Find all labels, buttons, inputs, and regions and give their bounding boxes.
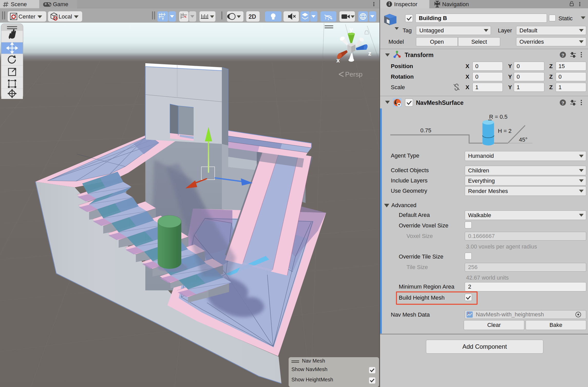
svg-text:Y: Y	[162, 17, 164, 21]
svg-text:Inspector: Inspector	[394, 1, 418, 7]
svg-text:y: y	[349, 26, 353, 33]
svg-text:x: x	[336, 57, 340, 64]
svg-text:?: ?	[562, 53, 564, 58]
svg-text:2D: 2D	[249, 13, 256, 20]
svg-text:Game: Game	[53, 1, 68, 7]
svg-text:?: ?	[562, 101, 564, 106]
svg-text:Local: Local	[59, 13, 72, 20]
svg-text:R = 0.5: R = 0.5	[489, 114, 508, 120]
svg-text:z: z	[368, 50, 371, 57]
svg-text:Scene: Scene	[11, 1, 27, 7]
svg-text:Navigation: Navigation	[442, 1, 469, 7]
svg-text:NavMeshSurface: NavMeshSurface	[416, 99, 463, 106]
svg-text:H = 2: H = 2	[498, 128, 511, 134]
svg-text:Transform: Transform	[405, 52, 433, 58]
svg-text:Persp: Persp	[345, 70, 363, 78]
svg-text:Center: Center	[18, 13, 35, 20]
svg-text:45°: 45°	[519, 136, 527, 143]
svg-text:0.75: 0.75	[420, 127, 431, 134]
